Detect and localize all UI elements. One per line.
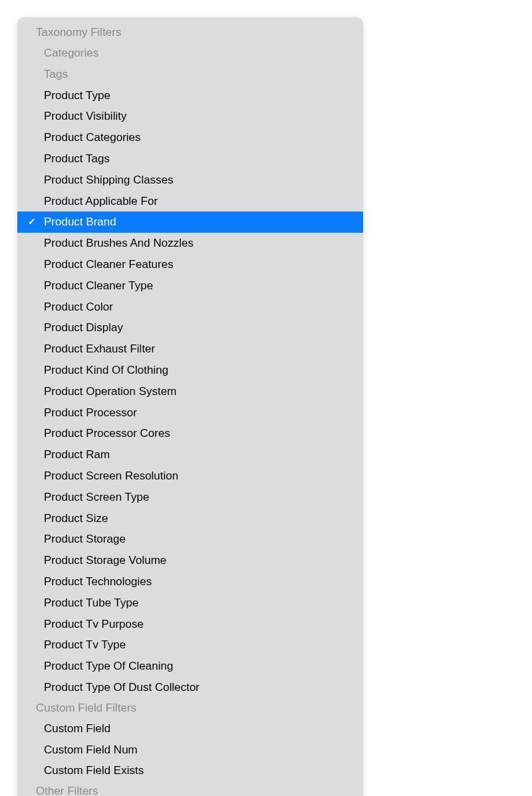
menu-item-label: Product Type Of Dust Collector <box>44 680 200 696</box>
filter-dropdown-panel: Taxonomy FiltersCategoriesTagsProduct Ty… <box>17 17 363 796</box>
menu-item-label: Product Ram <box>44 447 110 463</box>
menu-item-label: Product Visibility <box>44 108 126 124</box>
menu-item-label: Product Screen Resolution <box>44 468 178 484</box>
menu-item-label: Tags <box>44 66 68 82</box>
menu-item: Tags <box>17 64 363 85</box>
menu-item-label: Product Screen Type <box>44 489 149 505</box>
menu-item[interactable]: Product Tags <box>17 148 363 170</box>
section-header: Custom Field Filters <box>17 698 363 718</box>
menu-item-label: Product Tags <box>44 151 110 167</box>
menu-item[interactable]: Product Cleaner Features <box>17 254 363 275</box>
menu-item[interactable]: Product Type Of Cleaning <box>17 656 363 677</box>
menu-item[interactable]: Product Tv Purpose <box>17 614 363 635</box>
checkmark-icon: ✓ <box>28 215 36 229</box>
menu-item[interactable]: Product Brushes And Nozzles <box>17 233 363 254</box>
menu-item[interactable]: Product Ram <box>17 444 363 465</box>
menu-item-label: Categories <box>44 45 98 61</box>
menu-item-label: Product Operation System <box>44 384 176 400</box>
menu-item[interactable]: ✓Product Brand <box>17 211 363 233</box>
menu-item-label: Product Processor <box>44 405 137 421</box>
menu-item[interactable]: Product Cleaner Type <box>17 275 363 297</box>
menu-item[interactable]: Product Shipping Classes <box>17 170 363 191</box>
menu-item[interactable]: Custom Field Num <box>17 739 363 761</box>
menu-item-label: Product Applicable For <box>44 194 158 209</box>
menu-item[interactable]: Product Screen Resolution <box>17 465 363 487</box>
menu-item-label: Product Type Of Cleaning <box>44 658 173 674</box>
menu-item[interactable]: Product Applicable For <box>17 191 363 212</box>
menu-item-label: Product Tube Type <box>44 595 138 611</box>
menu-item-label: Product Display <box>44 320 123 336</box>
menu-item[interactable]: Product Processor <box>17 402 363 424</box>
menu-item[interactable]: Product Storage <box>17 529 363 550</box>
menu-item-label: Custom Field Num <box>44 742 138 758</box>
menu-item-label: Product Size <box>44 511 108 527</box>
menu-item[interactable]: Product Exhaust Filter <box>17 338 363 360</box>
menu-item-label: Custom Field <box>44 721 110 737</box>
menu-item-label: Product Technologies <box>44 574 152 590</box>
menu-item-label: Custom Field Exists <box>44 763 144 779</box>
menu-item[interactable]: Product Storage Volume <box>17 550 363 571</box>
menu-item[interactable]: Custom Field <box>17 718 363 739</box>
section-header: Other Filters <box>17 781 363 796</box>
menu-item[interactable]: Product Kind Of Clothing <box>17 360 363 381</box>
menu-item-label: Product Cleaner Features <box>44 257 174 273</box>
menu-item: Categories <box>17 43 363 64</box>
menu-item[interactable]: Product Type <box>17 85 363 106</box>
menu-item[interactable]: Product Display <box>17 317 363 338</box>
menu-item-label: Product Processor Cores <box>44 426 170 442</box>
menu-item[interactable]: Product Screen Type <box>17 487 363 508</box>
menu-item-label: Product Categories <box>44 130 141 146</box>
menu-item[interactable]: Product Type Of Dust Collector <box>17 677 363 698</box>
menu-item[interactable]: Product Visibility <box>17 106 363 127</box>
menu-item-label: Product Tv Type <box>44 637 126 653</box>
menu-item[interactable]: Custom Field Exists <box>17 760 363 781</box>
menu-item-label: Product Brand <box>44 214 116 230</box>
menu-item[interactable]: Product Color <box>17 297 363 318</box>
menu-item[interactable]: Product Tv Type <box>17 634 363 656</box>
menu-item-label: Product Kind Of Clothing <box>44 362 168 378</box>
menu-item[interactable]: Product Operation System <box>17 381 363 402</box>
menu-item[interactable]: Product Categories <box>17 127 363 148</box>
menu-item[interactable]: Product Processor Cores <box>17 423 363 444</box>
menu-item-label: Product Brushes And Nozzles <box>44 235 194 251</box>
menu-item-label: Product Storage <box>44 531 126 547</box>
menu-item-label: Product Exhaust Filter <box>44 341 155 357</box>
menu-item[interactable]: Product Size <box>17 508 363 529</box>
menu-item[interactable]: Product Tube Type <box>17 593 363 614</box>
menu-item[interactable]: Product Technologies <box>17 571 363 593</box>
section-header: Taxonomy Filters <box>17 23 363 43</box>
menu-item-label: Product Tv Purpose <box>44 616 144 632</box>
menu-item-label: Product Storage Volume <box>44 553 166 569</box>
menu-item-label: Product Color <box>44 299 113 315</box>
menu-item-label: Product Cleaner Type <box>44 278 153 294</box>
menu-item-label: Product Type <box>44 88 110 104</box>
menu-item-label: Product Shipping Classes <box>44 172 174 188</box>
